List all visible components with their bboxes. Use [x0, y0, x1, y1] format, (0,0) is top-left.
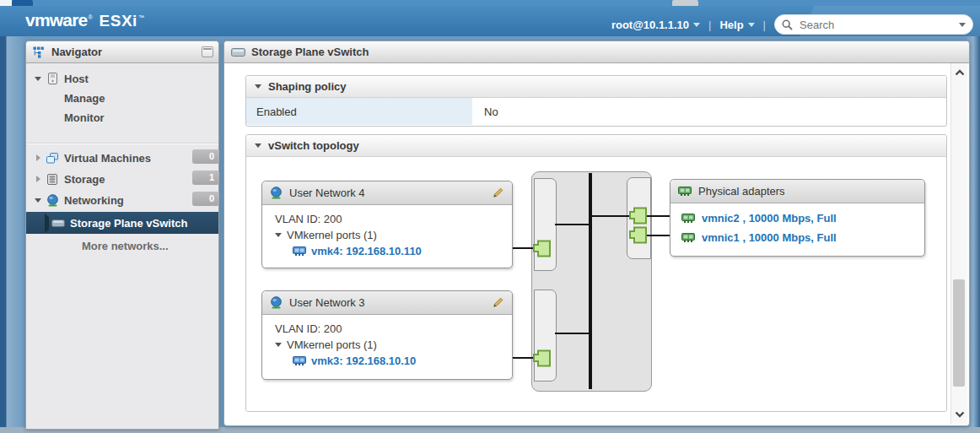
portgroup-card-user-network-4: User Network 4 VLAN ID: 200 VMkernel por… [261, 181, 513, 268]
navigator-title: Navigator [51, 46, 102, 58]
shaping-policy-header[interactable]: Shaping policy [246, 76, 946, 98]
vmk-nic-icon [293, 246, 306, 256]
link-line [592, 215, 629, 217]
adapter-row: vmnic2 , 10000 Mbps, Full [681, 208, 924, 228]
search-input[interactable] [798, 18, 954, 32]
collapsed-caret-icon[interactable] [33, 154, 43, 161]
navigator-tree-icon [33, 46, 46, 58]
sidebar-item-virtual-machines[interactable]: Virtual Machines 0 [26, 148, 225, 168]
networking-globe-icon [46, 193, 59, 207]
sidebar-item-label: Storage [64, 173, 105, 186]
vmkernel-ports-row[interactable]: VMkernel ports (1) [275, 227, 512, 243]
vmware-esxi-logo: vmware®ESXi™ [25, 10, 145, 30]
networking-count-badge: 0 [192, 192, 219, 206]
adapter-row: vmnic1 , 10000 Mbps, Full [681, 228, 924, 247]
link-line [511, 357, 535, 359]
vmnic-link[interactable]: vmnic2 , 10000 Mbps, Full [702, 212, 837, 225]
scroll-down-button[interactable] [951, 405, 967, 424]
sidebar-item-storage-plane-vswitch[interactable]: Storage Plane vSwitch [26, 212, 218, 234]
sidebar-item-host[interactable]: Host [26, 68, 225, 89]
sidebar-item-label: More networks... [82, 240, 169, 252]
sidebar-item-manage[interactable]: Manage [26, 88, 256, 108]
physical-adapters-title: Physical adapters [698, 185, 785, 198]
vswitch-topology-header[interactable]: vSwitch topology [246, 135, 946, 157]
help-menu[interactable]: Help [719, 19, 754, 31]
main-panel-header: Storage Plane vSwitch [224, 41, 969, 63]
topology-diagram: User Network 4 VLAN ID: 200 VMkernel por… [246, 157, 946, 411]
physical-adapters-header: Physical adapters [670, 180, 924, 203]
user-menu-label: root@10.1.1.10 [611, 19, 689, 31]
port-icon [532, 240, 552, 257]
sidebar-item-label: Manage [64, 92, 105, 105]
vmkernel-ports-label: VMkernel ports (1) [287, 338, 377, 351]
sidebar-item-label: Virtual Machines [64, 152, 151, 165]
sidebar-item-storage[interactable]: Storage 1 [26, 169, 225, 189]
logo-product: ESXi [100, 12, 137, 30]
chevron-down-icon [693, 23, 700, 27]
vlan-id-text: VLAN ID: 200 [275, 322, 342, 335]
vmk-link[interactable]: vmk4: 192.168.10.110 [311, 245, 422, 257]
vswitch-trunk-line [589, 173, 592, 389]
logo-brand: vmware [25, 10, 87, 30]
logo-tm-mark: ™ [138, 14, 144, 20]
shaping-policy-key: Enabled [246, 98, 472, 125]
vmkernel-ports-row[interactable]: VMkernel ports (1) [275, 337, 512, 353]
sidebar-item-label: Storage Plane vSwitch [70, 217, 187, 230]
collapsed-caret-icon[interactable] [33, 176, 43, 182]
collapsed-caret-icon[interactable] [45, 217, 49, 230]
portgroup-card-header: User Network 3 [262, 291, 512, 315]
shaping-policy-value: No [472, 98, 946, 125]
expand-caret-icon[interactable] [33, 198, 43, 203]
sidebar-item-monitor[interactable]: Monitor [26, 107, 256, 127]
link-line [555, 224, 590, 225]
storage-icon [46, 172, 59, 186]
storage-count-badge: 1 [192, 170, 219, 185]
port-icon [628, 226, 648, 244]
physical-nic-icon [678, 187, 692, 196]
portgroup-connector-lower [534, 290, 557, 382]
sidebar-item-label: Networking [64, 194, 124, 207]
expand-caret-icon[interactable] [33, 77, 43, 81]
browser-favicon-stub [12, 0, 33, 6]
header-right-controls: root@10.1.1.10 | Help | [611, 14, 973, 35]
section-collapse-icon [255, 84, 261, 89]
scrollbar-thumb[interactable] [953, 279, 965, 387]
user-menu[interactable]: root@10.1.1.10 [611, 19, 700, 31]
vm-count-badge: 0 [192, 149, 219, 164]
portgroup-name: User Network 3 [289, 296, 365, 309]
link-line [555, 333, 590, 334]
vmnic-link[interactable]: vmnic1 , 10000 Mbps, Full [702, 231, 837, 244]
link-line [646, 215, 670, 217]
vmk-link[interactable]: vmk3: 192.168.10.10 [311, 355, 416, 367]
physical-nic-icon [681, 233, 695, 242]
help-menu-label: Help [719, 19, 743, 31]
search-icon [782, 19, 793, 30]
link-line [511, 247, 535, 249]
search-dropdown-icon[interactable] [959, 23, 966, 27]
header-separator: | [708, 19, 711, 31]
sidebar-item-networking[interactable]: Networking 0 [26, 190, 225, 210]
portgroup-card-header: User Network 4 [262, 181, 512, 205]
edit-pencil-icon[interactable] [491, 187, 504, 200]
vertical-scrollbar[interactable] [950, 63, 967, 424]
vlan-id-row: VLAN ID: 200 [275, 211, 512, 227]
portgroup-name: User Network 4 [289, 187, 365, 199]
chevron-down-icon [955, 411, 965, 418]
physical-nic-icon [681, 214, 695, 223]
search-box[interactable] [774, 14, 973, 35]
browser-corner [0, 0, 12, 6]
vmk-nic-icon [293, 356, 306, 365]
section-collapse-icon [255, 143, 261, 148]
physical-adapters-card: Physical adapters vmnic2 , 10000 Mbps, F… [670, 179, 925, 257]
navigator-collapse-icon[interactable] [202, 46, 213, 57]
navigator-header: Navigator [26, 41, 218, 63]
sidebar-item-label: Host [64, 73, 89, 85]
scroll-up-button[interactable] [951, 63, 967, 82]
link-line [646, 235, 670, 236]
shaping-policy-row: Enabled No [246, 98, 946, 125]
header-separator: | [763, 19, 766, 31]
section-title: vSwitch topology [268, 139, 359, 152]
edit-pencil-icon[interactable] [491, 296, 504, 310]
vlan-id-row: VLAN ID: 200 [275, 321, 512, 337]
vmk-row: vmk3: 192.168.10.10 [293, 353, 512, 369]
